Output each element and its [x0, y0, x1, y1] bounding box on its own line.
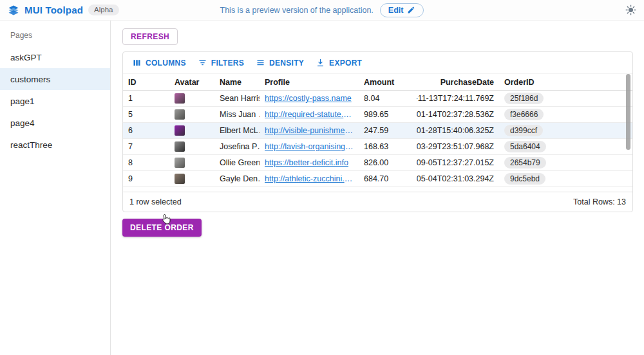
cell-avatar: [169, 125, 214, 136]
orderid-chip: 2654b79: [504, 157, 546, 168]
avatar: [175, 109, 185, 120]
filters-button[interactable]: FILTERS: [194, 55, 248, 70]
cell-id: 1: [123, 94, 169, 103]
grid-footer: 1 row selected Total Rows: 13: [123, 192, 632, 212]
table-row[interactable]: 7 Josefina P… http://lavish-organising.n…: [123, 139, 632, 155]
column-header-id[interactable]: ID: [123, 78, 169, 87]
app-topbar: MUI Toolpad Alpha This is a preview vers…: [0, 0, 644, 21]
cell-profile: http://lavish-organising.name: [260, 142, 359, 151]
cell-purchasedate: 2014-01-14T02:37:28.536Z: [417, 110, 499, 119]
cell-profile: http://visible-punishment.net: [260, 126, 359, 135]
selected-rows-status: 1 row selected: [129, 197, 182, 206]
preview-banner-text: This is a preview version of the applica…: [220, 6, 374, 15]
profile-link[interactable]: http://lavish-organising.name: [265, 142, 354, 151]
profile-link[interactable]: https://costly-pass.name: [265, 94, 352, 103]
column-header-orderid[interactable]: OrderID: [499, 78, 632, 87]
table-row[interactable]: 6 Elbert McL… http://visible-punishment.…: [123, 123, 632, 139]
data-grid: COLUMNS FILTERS DE: [122, 51, 633, 212]
cell-purchasedate: 2076-03-29T23:51:07.968Z: [417, 142, 499, 151]
sidebar-item-askgpt[interactable]: askGPT: [0, 46, 110, 68]
brand: MUI Toolpad Alpha: [8, 5, 119, 16]
profile-link[interactable]: http://visible-punishment.net: [265, 126, 354, 135]
avatar: [175, 141, 185, 152]
orderid-chip: 9dc5ebd: [504, 173, 545, 185]
sidebar-item-page1[interactable]: page1: [0, 90, 110, 112]
cell-avatar: [169, 174, 214, 184]
cell-amount: 684.70: [359, 174, 417, 183]
sidebar: Pages askGPT customers page1 page4 react…: [0, 21, 111, 355]
avatar: [175, 174, 185, 184]
cell-purchasedate: 2088-05-04T02:31:03.294Z: [417, 174, 499, 183]
cell-orderid: f3e6666: [499, 109, 632, 120]
edit-button[interactable]: Edit: [380, 3, 424, 17]
total-rows-status: Total Rows: 13: [573, 197, 626, 206]
profile-link[interactable]: https://better-deficit.info: [265, 158, 348, 167]
vertical-scrollbar[interactable]: [626, 74, 630, 150]
orderid-chip: 5da6404: [504, 141, 546, 152]
download-icon: [316, 58, 325, 68]
export-button[interactable]: EXPORT: [312, 55, 366, 70]
cell-purchasedate: 2086-09-05T12:37:27.015Z: [417, 158, 499, 167]
orderid-chip: d399ccf: [504, 125, 543, 136]
cell-id: 9: [123, 174, 169, 183]
orderid-chip: 25f186d: [504, 93, 544, 104]
columns-button[interactable]: COLUMNS: [128, 55, 190, 70]
column-header-amount[interactable]: Amount: [359, 78, 417, 87]
profile-link[interactable]: http://required-statute.org: [265, 110, 354, 119]
sidebar-header: Pages: [0, 26, 110, 46]
edit-button-label: Edit: [388, 6, 404, 15]
cell-avatar: [169, 109, 214, 120]
cell-name: Ollie Green…: [214, 158, 260, 167]
cell-purchasedate: 2045-01-28T15:40:06.325Z: [417, 126, 499, 135]
profile-link[interactable]: http://athletic-zucchini.org: [265, 174, 354, 183]
cell-orderid: 9dc5ebd: [499, 173, 632, 185]
cell-profile: http://required-statute.org: [260, 110, 359, 119]
cell-avatar: [169, 93, 214, 104]
avatar: [175, 93, 185, 104]
refresh-button[interactable]: REFRESH: [122, 28, 178, 45]
density-button[interactable]: DENSITY: [252, 55, 308, 70]
delete-order-button[interactable]: DELETE ORDER: [122, 219, 202, 237]
pencil-icon: [407, 6, 415, 14]
cell-amount: 168.63: [359, 142, 417, 151]
table-row[interactable]: 8 Ollie Green… https://better-deficit.in…: [123, 155, 632, 171]
table-row[interactable]: 9 Gayle Den… http://athletic-zucchini.or…: [123, 171, 632, 187]
cell-name: Sean Harris: [214, 94, 260, 103]
filter-icon: [198, 58, 207, 68]
table-row[interactable]: 1 Sean Harris https://costly-pass.name 8…: [123, 91, 632, 107]
cell-profile: http://athletic-zucchini.org: [260, 174, 359, 183]
rows-spacer: [123, 187, 632, 192]
cell-id: 7: [123, 142, 169, 151]
cell-id: 5: [123, 110, 169, 119]
avatar: [175, 158, 185, 168]
orderid-chip: f3e6666: [504, 109, 544, 120]
cell-amount: 247.59: [359, 126, 417, 135]
alpha-badge: Alpha: [88, 5, 118, 16]
cell-orderid: d399ccf: [499, 125, 632, 136]
theme-toggle-sun-icon[interactable]: [625, 5, 636, 15]
column-header-purchasedate[interactable]: PurchaseDate: [417, 78, 499, 87]
sidebar-item-reactthree[interactable]: reactThree: [0, 134, 110, 156]
grid-header-row: ID Avatar Name Profile Amount PurchaseDa…: [123, 74, 632, 91]
density-button-label: DENSITY: [269, 59, 304, 68]
sidebar-item-customers[interactable]: customers: [0, 68, 110, 90]
cell-orderid: 25f186d: [499, 93, 632, 104]
table-row[interactable]: 5 Miss Juan … http://required-statute.or…: [123, 107, 632, 123]
cell-profile: https://better-deficit.info: [260, 158, 359, 167]
column-header-avatar[interactable]: Avatar: [169, 78, 214, 87]
column-header-profile[interactable]: Profile: [260, 78, 359, 87]
cell-amount: 989.65: [359, 110, 417, 119]
grid-viewport: ID Avatar Name Profile Amount PurchaseDa…: [123, 73, 632, 192]
cell-id: 8: [123, 158, 169, 167]
cell-name: Gayle Den…: [214, 174, 260, 183]
main-content: REFRESH COLUMNS: [111, 21, 644, 355]
app-title: MUI Toolpad: [24, 5, 83, 15]
grid-table: ID Avatar Name Profile Amount PurchaseDa…: [123, 73, 632, 192]
avatar: [175, 125, 185, 136]
sidebar-item-page4[interactable]: page4: [0, 112, 110, 134]
cell-orderid: 2654b79: [499, 157, 632, 168]
cell-avatar: [169, 158, 214, 168]
column-header-name[interactable]: Name: [214, 78, 260, 87]
cell-amount: 8.04: [359, 94, 417, 103]
columns-button-label: COLUMNS: [146, 59, 186, 68]
